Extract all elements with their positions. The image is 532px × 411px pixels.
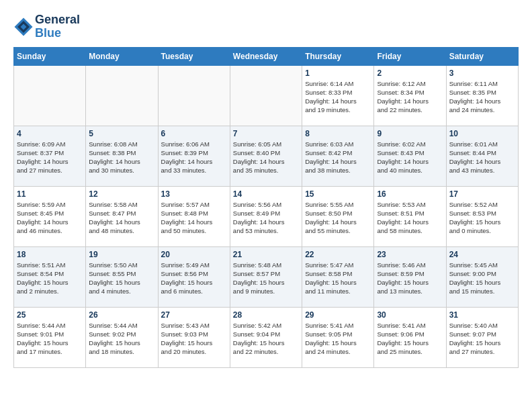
week-row-1: 1Sunrise: 6:14 AM Sunset: 8:33 PM Daylig… (14, 65, 519, 126)
day-number: 9 (377, 129, 443, 138)
calendar-cell: 14Sunrise: 5:56 AM Sunset: 8:49 PM Dayli… (230, 186, 302, 246)
calendar-cell: 7Sunrise: 6:05 AM Sunset: 8:40 PM Daylig… (230, 126, 302, 186)
calendar-cell: 27Sunrise: 5:43 AM Sunset: 9:03 PM Dayli… (158, 307, 230, 367)
day-info: Sunrise: 5:48 AM Sunset: 8:57 PM Dayligh… (233, 261, 299, 296)
calendar-cell: 29Sunrise: 5:41 AM Sunset: 9:05 PM Dayli… (302, 307, 374, 367)
logo-text: General Blue (35, 13, 80, 40)
day-number: 30 (377, 310, 443, 320)
weekday-header-friday: Friday (374, 47, 446, 65)
calendar-cell: 17Sunrise: 5:52 AM Sunset: 8:53 PM Dayli… (446, 186, 518, 246)
day-number: 5 (89, 129, 154, 138)
weekday-header-thursday: Thursday (302, 47, 374, 65)
day-number: 4 (17, 129, 83, 138)
calendar-cell (230, 65, 302, 126)
day-info: Sunrise: 5:42 AM Sunset: 9:04 PM Dayligh… (233, 321, 299, 357)
day-info: Sunrise: 6:06 AM Sunset: 8:39 PM Dayligh… (161, 140, 227, 175)
calendar-cell: 9Sunrise: 6:02 AM Sunset: 8:43 PM Daylig… (374, 126, 446, 186)
day-number: 6 (161, 129, 227, 138)
day-info: Sunrise: 5:55 AM Sunset: 8:50 PM Dayligh… (305, 200, 371, 236)
calendar-cell: 19Sunrise: 5:50 AM Sunset: 8:55 PM Dayli… (86, 246, 158, 307)
day-info: Sunrise: 5:50 AM Sunset: 8:55 PM Dayligh… (89, 261, 154, 296)
day-info: Sunrise: 5:58 AM Sunset: 8:47 PM Dayligh… (89, 200, 154, 236)
calendar-page: General Blue SundayMondayTuesdayWednesda… (0, 0, 532, 375)
calendar-cell: 15Sunrise: 5:55 AM Sunset: 8:50 PM Dayli… (302, 186, 374, 246)
day-number: 18 (17, 250, 83, 259)
calendar-cell (14, 65, 86, 126)
calendar-cell: 5Sunrise: 6:08 AM Sunset: 8:38 PM Daylig… (86, 126, 158, 186)
day-number: 22 (305, 250, 371, 259)
calendar-cell: 25Sunrise: 5:44 AM Sunset: 9:01 PM Dayli… (14, 307, 86, 367)
day-info: Sunrise: 5:40 AM Sunset: 9:07 PM Dayligh… (449, 321, 515, 357)
day-info: Sunrise: 6:12 AM Sunset: 8:34 PM Dayligh… (377, 79, 443, 115)
day-number: 17 (449, 189, 515, 199)
day-number: 8 (305, 129, 371, 138)
day-number: 2 (377, 68, 443, 78)
calendar-cell: 21Sunrise: 5:48 AM Sunset: 8:57 PM Dayli… (230, 246, 302, 307)
day-info: Sunrise: 5:56 AM Sunset: 8:49 PM Dayligh… (233, 200, 299, 236)
day-number: 25 (17, 310, 83, 320)
day-number: 12 (89, 189, 154, 199)
weekday-header-tuesday: Tuesday (158, 47, 230, 65)
day-number: 1 (305, 68, 371, 78)
day-info: Sunrise: 6:08 AM Sunset: 8:38 PM Dayligh… (89, 140, 154, 175)
calendar-cell: 22Sunrise: 5:47 AM Sunset: 8:58 PM Dayli… (302, 246, 374, 307)
calendar-cell: 12Sunrise: 5:58 AM Sunset: 8:47 PM Dayli… (86, 186, 158, 246)
day-info: Sunrise: 5:47 AM Sunset: 8:58 PM Dayligh… (305, 261, 371, 296)
day-info: Sunrise: 6:03 AM Sunset: 8:42 PM Dayligh… (305, 140, 371, 175)
day-info: Sunrise: 5:41 AM Sunset: 9:05 PM Dayligh… (305, 321, 371, 357)
day-info: Sunrise: 5:49 AM Sunset: 8:56 PM Dayligh… (161, 261, 227, 296)
day-number: 21 (233, 250, 299, 259)
day-number: 23 (377, 250, 443, 259)
calendar-cell: 23Sunrise: 5:46 AM Sunset: 8:59 PM Dayli… (374, 246, 446, 307)
calendar-cell (158, 65, 230, 126)
calendar-cell: 4Sunrise: 6:09 AM Sunset: 8:37 PM Daylig… (14, 126, 86, 186)
day-number: 24 (449, 250, 515, 259)
calendar-table: SundayMondayTuesdayWednesdayThursdayFrid… (13, 47, 519, 368)
day-info: Sunrise: 5:44 AM Sunset: 9:01 PM Dayligh… (17, 321, 83, 357)
logo-icon (13, 17, 34, 37)
day-info: Sunrise: 5:46 AM Sunset: 8:59 PM Dayligh… (377, 261, 443, 296)
day-info: Sunrise: 6:02 AM Sunset: 8:43 PM Dayligh… (377, 140, 443, 175)
calendar-cell: 3Sunrise: 6:11 AM Sunset: 8:35 PM Daylig… (446, 65, 518, 126)
day-number: 15 (305, 189, 371, 199)
weekday-header-sunday: Sunday (14, 47, 86, 65)
day-number: 20 (161, 250, 227, 259)
day-info: Sunrise: 5:57 AM Sunset: 8:48 PM Dayligh… (161, 200, 227, 236)
day-info: Sunrise: 6:14 AM Sunset: 8:33 PM Dayligh… (305, 79, 371, 115)
week-row-3: 11Sunrise: 5:59 AM Sunset: 8:45 PM Dayli… (14, 186, 519, 246)
day-number: 3 (449, 68, 515, 78)
day-info: Sunrise: 6:11 AM Sunset: 8:35 PM Dayligh… (449, 79, 515, 115)
day-number: 28 (233, 310, 299, 320)
day-number: 26 (89, 310, 154, 320)
calendar-cell (86, 65, 158, 126)
page-header: General Blue (13, 13, 519, 40)
calendar-cell: 31Sunrise: 5:40 AM Sunset: 9:07 PM Dayli… (446, 307, 518, 367)
calendar-cell: 10Sunrise: 6:01 AM Sunset: 8:44 PM Dayli… (446, 126, 518, 186)
day-info: Sunrise: 5:45 AM Sunset: 9:00 PM Dayligh… (449, 261, 515, 296)
day-number: 29 (305, 310, 371, 320)
day-info: Sunrise: 5:53 AM Sunset: 8:51 PM Dayligh… (377, 200, 443, 236)
calendar-header: SundayMondayTuesdayWednesdayThursdayFrid… (14, 47, 519, 65)
day-number: 13 (161, 189, 227, 199)
calendar-cell: 20Sunrise: 5:49 AM Sunset: 8:56 PM Dayli… (158, 246, 230, 307)
day-info: Sunrise: 6:09 AM Sunset: 8:37 PM Dayligh… (17, 140, 83, 175)
logo: General Blue (13, 13, 80, 40)
calendar-cell: 16Sunrise: 5:53 AM Sunset: 8:51 PM Dayli… (374, 186, 446, 246)
day-number: 27 (161, 310, 227, 320)
calendar-cell: 13Sunrise: 5:57 AM Sunset: 8:48 PM Dayli… (158, 186, 230, 246)
calendar-cell: 2Sunrise: 6:12 AM Sunset: 8:34 PM Daylig… (374, 65, 446, 126)
day-number: 19 (89, 250, 154, 259)
calendar-cell: 24Sunrise: 5:45 AM Sunset: 9:00 PM Dayli… (446, 246, 518, 307)
calendar-cell: 8Sunrise: 6:03 AM Sunset: 8:42 PM Daylig… (302, 126, 374, 186)
day-number: 31 (449, 310, 515, 320)
week-row-5: 25Sunrise: 5:44 AM Sunset: 9:01 PM Dayli… (14, 307, 519, 367)
weekday-header-saturday: Saturday (446, 47, 518, 65)
week-row-2: 4Sunrise: 6:09 AM Sunset: 8:37 PM Daylig… (14, 126, 519, 186)
day-info: Sunrise: 5:44 AM Sunset: 9:02 PM Dayligh… (89, 321, 154, 357)
calendar-cell: 30Sunrise: 5:41 AM Sunset: 9:06 PM Dayli… (374, 307, 446, 367)
day-number: 16 (377, 189, 443, 199)
day-info: Sunrise: 5:43 AM Sunset: 9:03 PM Dayligh… (161, 321, 227, 357)
calendar-cell: 18Sunrise: 5:51 AM Sunset: 8:54 PM Dayli… (14, 246, 86, 307)
weekday-header-wednesday: Wednesday (230, 47, 302, 65)
calendar-cell: 1Sunrise: 6:14 AM Sunset: 8:33 PM Daylig… (302, 65, 374, 126)
